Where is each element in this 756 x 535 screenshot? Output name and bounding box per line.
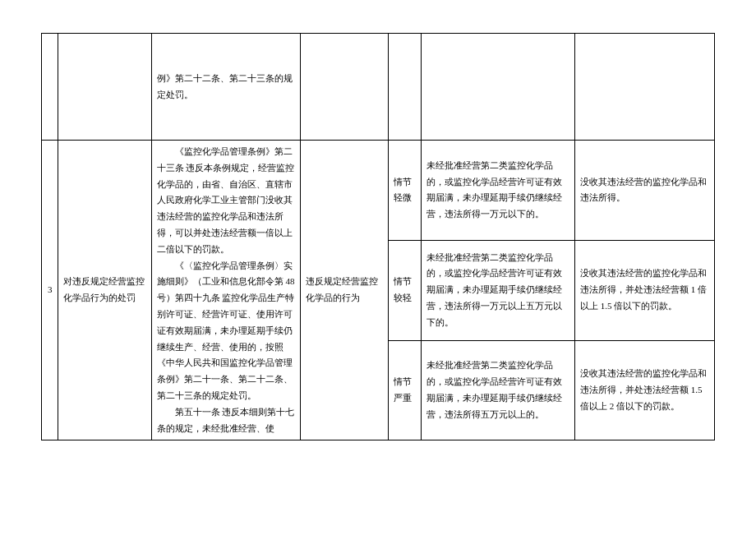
cell-action — [575, 34, 715, 141]
cell-action: 没收其违法经营的监控化学品和违法所得。 — [575, 141, 715, 241]
cell-title: 对违反规定经营监控化学品行为的处罚 — [58, 141, 151, 440]
cell-index: 3 — [42, 141, 58, 440]
table-row: 3 对违反规定经营监控化学品行为的处罚 《监控化学品管理条例》第二十三条 违反本… — [42, 141, 715, 241]
cell-basis: 《监控化学品管理条例》第二十三条 违反本条例规定，经营监控化学品的，由省、自治区… — [151, 141, 300, 440]
cell-circumstance: 未经批准经营第二类监控化学品的，或监控化学品经营许可证有效期届满，未办理延期手续… — [422, 340, 575, 440]
cell-circumstance: 未经批准经营第二类监控化学品的，或监控化学品经营许可证有效期届满，未办理延期手续… — [422, 141, 575, 241]
table-row: 例》第二十二条、第二十三条的规定处罚。 — [42, 34, 715, 141]
cell-action: 没收其违法经营的监控化学品和违法所得，并处违法经营额 1 倍以上 1.5 倍以下… — [575, 240, 715, 340]
cell-basis: 例》第二十二条、第二十三条的规定处罚。 — [151, 34, 300, 141]
cell-action: 没收其违法经营的监控化学品和违法所得，并处违法经营额 1.5 倍以上 2 倍以下… — [575, 340, 715, 440]
cell-type: 违反规定经营监控化学品的行为 — [300, 141, 389, 440]
cell-type — [300, 34, 389, 141]
cell-index — [42, 34, 58, 141]
basis-para-2: 《〈监控化学品管理条例〉实施细则》（工业和信息化部令第 48 号）第四十九条 监… — [157, 258, 295, 404]
cell-level: 情节严重 — [389, 340, 422, 440]
basis-fragment: 例》第二十二条、第二十三条的规定处罚。 — [157, 73, 293, 99]
cell-circumstance — [422, 34, 575, 141]
cell-title — [58, 34, 151, 141]
cell-level: 情节较轻 — [389, 240, 422, 340]
regulation-table: 例》第二十二条、第二十三条的规定处罚。 3 对违反规定经营监控化学品行为的处罚 … — [41, 33, 715, 440]
cell-circumstance: 未经批准经营第二类监控化学品的，或监控化学品经营许可证有效期届满，未办理延期手续… — [422, 240, 575, 340]
cell-level — [389, 34, 422, 141]
cell-level: 情节轻微 — [389, 141, 422, 241]
basis-para-3: 第五十一条 违反本细则第十七条的规定，未经批准经营、使 — [157, 404, 295, 437]
basis-para-1: 《监控化学品管理条例》第二十三条 违反本条例规定，经营监控化学品的，由省、自治区… — [157, 144, 295, 258]
